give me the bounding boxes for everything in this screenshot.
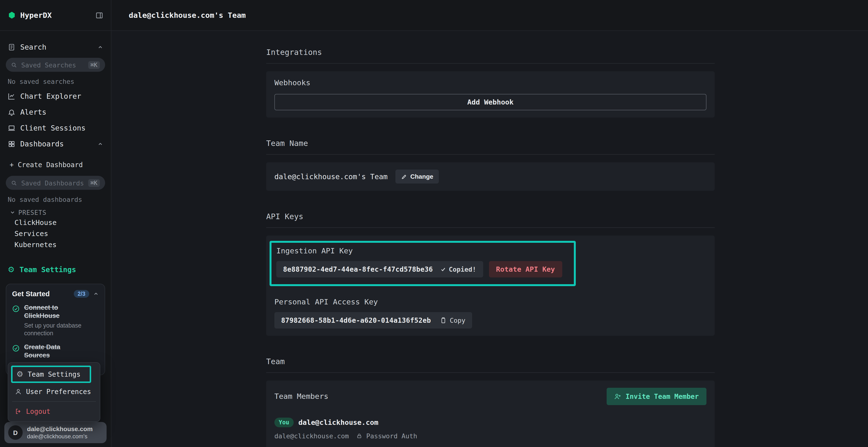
api-keys-card: Ingestion API Key 8e887902-4ed7-44ea-8fe… [266,236,715,336]
menu-item-label: User Preferences [26,388,91,396]
ingestion-api-key-value: 8e887902-4ed7-44ea-8fec-f47cd578be36 [283,265,433,273]
user-name: dale@clickhouse.com [27,425,93,433]
saved-searches-input-wrap: ⌘K [6,58,105,72]
section-integrations: Integrations Webhooks Add Webhook [266,48,715,117]
get-started-item[interactable]: Connect to ClickHouse Set up your databa… [12,304,99,337]
collapse-sidebar-icon[interactable] [95,11,103,19]
webhooks-card: Webhooks Add Webhook [266,71,715,117]
search-section-label: Search [20,43,93,51]
sidebar-item-label: Client Sessions [20,124,86,132]
create-dashboard-button[interactable]: + Create Dashboard [0,159,111,171]
copied-indicator: Copied! [440,265,476,273]
shortcut-badge: ⌘K [88,179,100,187]
section-title: Team Name [266,139,715,148]
personal-api-key-box: 87982668-58b1-4d6e-a620-014a136f52eb Cop… [274,312,472,329]
lock-icon [356,433,362,439]
chevron-down-icon [10,209,16,215]
get-started-item-title: Create Data Sources [24,344,88,360]
chevron-up-icon[interactable] [97,141,103,147]
you-badge: You [274,418,293,427]
ingestion-api-key-box[interactable]: 8e887902-4ed7-44ea-8fec-f47cd578be36 Cop… [276,261,483,277]
team-member-row: You dale@clickhouse.com dale@clickhouse.… [274,418,707,440]
invite-button-label: Invite Team Member [626,392,699,400]
preset-services[interactable]: Services [0,228,111,239]
auth-method-label: Password Auth [366,432,417,440]
get-started-title: Get Started [12,290,70,298]
team-name-value: dale@clickhouse.com's Team [274,172,388,181]
team-members-label: Team Members [274,392,329,401]
section-team: Team Team Members Invite Team [266,357,715,447]
team-settings-label: Team Settings [20,265,76,274]
settings-content: Integrations Webhooks Add Webhook Team N… [266,31,715,447]
gear-icon: ⚙ [8,266,15,274]
sidebar-item-chart-explorer[interactable]: Chart Explorer [0,88,111,104]
menu-item-logout[interactable]: Logout [11,404,97,419]
saved-searches-input[interactable] [20,61,85,69]
clipboard-icon [439,317,446,324]
divider [266,63,715,64]
ingestion-api-key-label: Ingestion API Key [276,247,562,255]
annotation-box-team-settings: ⚙ Team Settings [11,366,91,383]
saved-searches-icon [8,43,16,51]
chevron-up-icon[interactable] [93,291,99,297]
sidebar-item-label: Chart Explorer [20,92,81,100]
add-webhook-button[interactable]: Add Webhook [274,94,707,110]
menu-item-user-preferences[interactable]: User Preferences [11,384,97,399]
team-members-card: Team Members Invite Team Member [266,381,715,447]
check-icon [440,266,446,272]
copied-label: Copied! [449,265,476,273]
team-name-card: dale@clickhouse.com's Team Change [266,162,715,191]
user-profile-chip[interactable]: D dale@clickhouse.com dale@clickhouse.co… [4,422,106,443]
get-started-item-desc: Set up your database connection [24,322,88,337]
change-team-name-button[interactable]: Change [396,170,439,183]
logout-icon [15,408,22,415]
client-sessions-laptop-icon [8,124,16,132]
dashboards-label: Dashboards [20,139,93,148]
copy-button[interactable]: Copy [439,316,465,324]
section-title: Integrations [266,48,715,57]
divider [266,227,715,228]
preset-clickhouse[interactable]: ClickHouse [0,217,111,228]
menu-item-team-settings[interactable]: ⚙ Team Settings [12,367,90,381]
saved-dashboards-input-wrap: ⌘K [6,176,105,190]
rotate-api-key-button[interactable]: Rotate API Key [489,261,562,277]
pencil-icon [401,174,407,179]
hyperdx-logo-icon [8,11,16,19]
app-root: HyperDX Search [0,0,868,447]
logo-row: HyperDX [0,0,111,31]
dashboards-grid-icon [8,140,16,148]
gear-icon: ⚙ [17,370,23,378]
menu-item-label: Logout [26,408,51,415]
preset-kubernetes[interactable]: Kubernetes [0,239,111,250]
user-subtitle: dale@clickhouse.com's [27,433,93,440]
sidebar-section-dashboards[interactable]: Dashboards [0,136,111,152]
section-title: Team [266,357,715,366]
sidebar-section-search[interactable]: Search [0,41,111,53]
avatar: D [8,425,23,440]
topbar: dale@clickhouse.com's Team [112,0,868,31]
chevron-up-icon[interactable] [97,44,103,50]
sidebar-item-client-sessions[interactable]: Client Sessions [0,120,111,136]
annotation-box-ingestion-api-key: Ingestion API Key 8e887902-4ed7-44ea-8fe… [270,241,576,286]
search-icon [11,180,17,186]
copy-button-label: Copy [450,316,465,324]
invite-team-member-button[interactable]: Invite Team Member [607,388,707,405]
section-team-name: Team Name dale@clickhouse.com's Team Cha… [266,139,715,191]
divider [266,372,715,373]
user-menu-popup: ⚙ Team Settings User Preferences [8,362,100,422]
no-saved-searches-text: No saved searches [8,77,103,85]
menu-divider [12,401,96,402]
page-title: dale@clickhouse.com's Team [129,11,246,20]
app-title: HyperDX [20,11,91,20]
no-saved-dashboards-text: No saved dashboards [8,196,103,203]
get-started-item-title: Connect to ClickHouse [24,304,88,320]
presets-toggle[interactable]: PRESETS [0,208,111,217]
main-area: dale@clickhouse.com's Team Integrations … [112,0,868,447]
presets-label: PRESETS [18,209,46,216]
alerts-bell-icon [8,108,16,116]
sidebar-item-alerts[interactable]: Alerts [0,104,111,120]
search-icon [11,62,17,68]
personal-api-key-label: Personal API Access Key [274,298,707,306]
sidebar-item-team-settings[interactable]: ⚙ Team Settings [0,263,111,277]
saved-dashboards-input[interactable] [20,178,85,187]
